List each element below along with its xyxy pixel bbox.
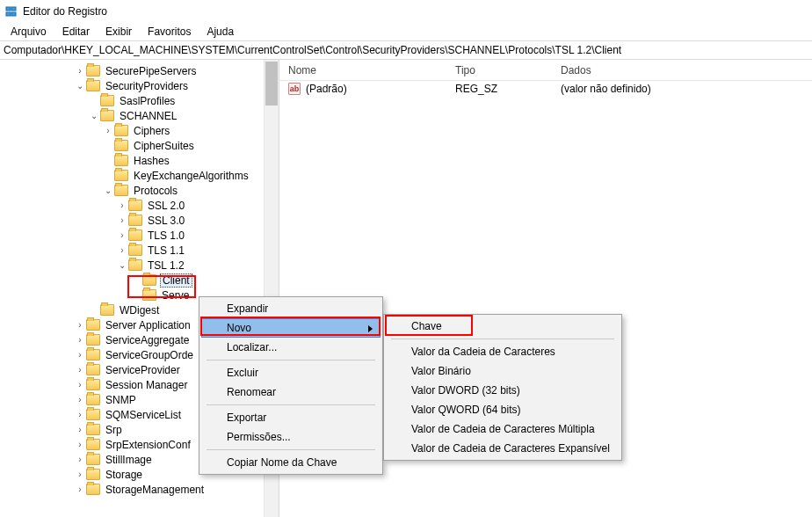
folder-icon [114,170,128,181]
ctx-permissoes[interactable]: Permissões... [201,427,381,447]
menu-editar[interactable]: Editar [55,24,97,40]
expand-icon[interactable]: › [74,380,86,390]
submenu-valor-cadeia[interactable]: Valor da Cadeia de Caracteres [386,342,620,361]
folder-icon [100,304,114,316]
expand-icon[interactable]: › [116,245,128,255]
folder-icon [86,349,100,360]
submenu-chave[interactable]: Chave [386,317,620,336]
tree-item-tls10[interactable]: ›TLS 1.0 [0,228,279,243]
context-menu: Expandir Novo Localizar... Excluir Renom… [199,296,383,475]
address-bar[interactable]: Computador\HKEY_LOCAL_MACHINE\SYSTEM\Cur… [0,40,812,60]
folder-icon [128,229,142,241]
collapse-icon[interactable]: ⌄ [116,260,128,270]
expand-icon[interactable]: › [102,126,114,135]
svg-rect-0 [6,7,11,11]
value-type: REG_SZ [455,83,561,95]
folder-icon [86,439,100,450]
list-header: Nome Tipo Dados [279,60,812,81]
folder-icon [100,95,114,106]
expand-icon[interactable]: › [116,215,128,225]
expand-icon[interactable]: › [74,470,86,479]
ctx-localizar[interactable]: Localizar... [201,338,381,357]
ctx-copiar-nome[interactable]: Copiar Nome da Chave [201,453,381,472]
string-value-icon: ab [288,83,301,95]
folder-icon [86,409,100,420]
tree-item-ssl20[interactable]: ›SSL 2.0 [0,198,279,213]
folder-icon [128,200,142,211]
submenu-valor-qword[interactable]: Valor QWORD (64 bits) [386,400,620,419]
ctx-separator [207,360,375,360]
menu-ajuda[interactable]: Ajuda [199,24,241,40]
folder-icon [86,319,100,331]
tree-item-protocols[interactable]: ⌄Protocols [0,183,279,198]
ctx-expandir[interactable]: Expandir [201,299,381,318]
col-nome[interactable]: Nome [279,61,446,80]
folder-icon [114,140,128,151]
col-tipo[interactable]: Tipo [446,61,552,80]
menubar: Arquivo Editar Exibir Favoritos Ajuda [0,23,812,40]
expand-icon[interactable]: › [74,440,86,449]
ctx-exportar[interactable]: Exportar [201,408,381,427]
value-data: (valor não definido) [561,83,812,95]
tree-item-storagemgmt[interactable]: ›StorageManagement [0,482,279,497]
expand-icon[interactable]: › [74,350,86,360]
expand-icon[interactable]: › [74,365,86,375]
expand-icon[interactable]: › [74,320,86,330]
tree-item-securepipe[interactable]: ›SecurePipeServers [0,63,279,78]
window-title: Editor do Registro [23,5,107,18]
tree-item-ciphersuites[interactable]: CipherSuites [0,138,279,153]
regedit-icon [5,5,18,18]
tree-item-ciphers[interactable]: ›Ciphers [0,123,279,138]
ctx-excluir[interactable]: Excluir [201,363,381,382]
tree-item-tls11[interactable]: ›TLS 1.1 [0,243,279,258]
folder-icon [86,424,100,435]
folder-icon [128,215,142,226]
expand-icon[interactable]: › [116,200,128,210]
tree-item-tsl12[interactable]: ⌄TSL 1.2 [0,258,279,273]
expand-icon[interactable]: › [74,425,86,434]
ctx-novo[interactable]: Novo [201,318,381,338]
menu-exibir[interactable]: Exibir [98,24,139,40]
folder-icon [142,274,156,286]
collapse-icon[interactable]: ⌄ [74,81,86,91]
scrollbar-thumb[interactable] [265,62,278,106]
collapse-icon[interactable]: ⌄ [102,186,114,195]
expand-icon[interactable]: › [74,455,86,464]
expand-icon[interactable]: › [116,230,128,240]
submenu-valor-multi[interactable]: Valor de Cadeia de Caracteres Múltipla [386,419,620,439]
svg-rect-3 [11,12,16,16]
list-row-default[interactable]: ab (Padrão) REG_SZ (valor não definido) [279,81,812,97]
submenu-valor-exp[interactable]: Valor de Cadeia de Caracteres Expansível [386,439,620,458]
folder-icon [114,155,128,166]
svg-rect-1 [11,7,16,11]
tree-item-securityproviders[interactable]: ⌄SecurityProviders [0,78,279,93]
folder-icon [114,185,128,196]
menu-favoritos[interactable]: Favoritos [141,24,198,40]
folder-icon [86,394,100,405]
tree-item-client[interactable]: Client [0,273,279,288]
expand-icon[interactable]: › [74,395,86,404]
folder-icon [100,110,114,121]
ctx-renomear[interactable]: Renomear [201,382,381,402]
ctx-separator [207,449,375,450]
address-text: Computador\HKEY_LOCAL_MACHINE\SYSTEM\Cur… [4,44,621,56]
folder-icon [128,259,142,271]
value-name: (Padrão) [306,83,347,95]
expand-icon[interactable]: › [74,484,86,494]
menu-arquivo[interactable]: Arquivo [4,24,54,40]
folder-icon [86,469,100,480]
tree-item-keyexchange[interactable]: KeyExchangeAlgorithms [0,168,279,183]
col-dados[interactable]: Dados [552,61,812,80]
tree-item-ssl30[interactable]: ›SSL 3.0 [0,213,279,228]
collapse-icon[interactable]: ⌄ [88,111,100,120]
folder-icon [142,289,156,301]
folder-icon [114,125,128,136]
expand-icon[interactable]: › [74,335,86,345]
tree-item-saslprofiles[interactable]: SaslProfiles [0,93,279,108]
tree-item-hashes[interactable]: Hashes [0,153,279,168]
expand-icon[interactable]: › [74,66,86,76]
expand-icon[interactable]: › [74,410,86,419]
submenu-valor-dword[interactable]: Valor DWORD (32 bits) [386,381,620,400]
submenu-valor-binario[interactable]: Valor Binário [386,361,620,381]
tree-item-schannel[interactable]: ⌄SCHANNEL [0,108,279,123]
